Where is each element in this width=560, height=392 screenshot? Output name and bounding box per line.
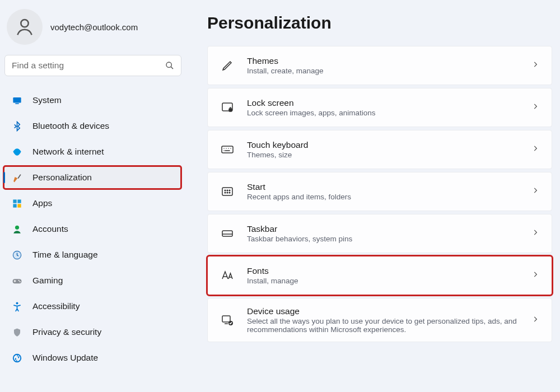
card-title: Taskbar [247,224,519,234]
chevron-right-icon [531,315,539,325]
search-input-wrap[interactable] [4,55,181,76]
card-title: Device usage [247,306,519,316]
svg-point-7 [227,190,228,191]
chevron-right-icon [531,60,539,71]
svg-rect-3 [229,109,232,111]
svg-rect-4 [222,146,233,153]
chevron-right-icon [531,228,539,239]
svg-rect-12 [222,231,232,236]
card-title: Lock screen [247,98,519,108]
card-subtitle: Select all the ways you plan to use your… [247,317,519,334]
sidebar-item-personalization[interactable]: Personalization [3,166,181,189]
chevron-right-icon [531,270,539,281]
avatar [7,9,43,45]
svg-point-9 [225,192,226,193]
sidebar-item-bluetooth[interactable]: Bluetooth & devices [3,114,181,138]
search-input[interactable] [12,60,165,71]
user-icon [14,16,35,38]
sidebar-item-label: Accessibility [32,301,80,311]
fonts-icon [220,269,235,282]
sidebar-item-label: Personalization [32,172,92,183]
settings-sidebar: vodytech@outlook.com System Bluetooth & … [0,0,185,392]
start-icon [220,185,235,198]
sidebar-item-privacy[interactable]: Privacy & security [3,320,181,344]
bluetooth-icon [11,120,22,132]
sidebar-item-label: Gaming [32,276,63,286]
privacy-icon [11,326,22,338]
time-icon [11,249,22,260]
update-icon [11,352,22,363]
accessibility-icon [11,301,22,312]
sidebar-item-network[interactable]: Network & internet [3,140,181,164]
sidebar-item-update[interactable]: Windows Update [3,346,181,370]
sidebar-item-label: Accounts [32,224,68,234]
sidebar-item-label: Network & internet [32,147,104,157]
svg-point-8 [229,190,230,191]
personalization-icon [11,172,22,183]
card-subtitle: Themes, size [247,151,519,159]
taskbar-icon [220,227,235,240]
sidebar-nav: System Bluetooth & devices Network & int… [3,88,181,372]
card-title: Start [247,182,519,192]
card-title: Themes [247,56,519,66]
apps-icon [11,198,22,209]
card-title: Fonts [247,266,519,276]
card-text: Lock screen Lock screen images, apps, an… [247,98,519,117]
sidebar-item-label: Privacy & security [32,327,101,337]
card-subtitle: Install, manage [247,277,519,285]
card-taskbar[interactable]: Taskbar Taskbar behaviors, system pins [207,214,552,253]
sidebar-item-label: Time & language [32,250,98,260]
card-text: Touch keyboard Themes, size [247,140,519,159]
sidebar-item-time[interactable]: Time & language [3,243,181,267]
network-icon [11,146,22,157]
profile-header[interactable]: vodytech@outlook.com [3,6,181,55]
card-device-usage[interactable]: Device usage Select all the ways you pla… [207,298,552,342]
sidebar-item-apps[interactable]: Apps [3,192,181,215]
card-text: Device usage Select all the ways you pla… [247,306,519,334]
chevron-right-icon [531,186,539,197]
sidebar-item-label: Apps [32,198,52,208]
svg-point-6 [225,190,226,191]
sidebar-item-accessibility[interactable]: Accessibility [3,295,181,318]
system-icon [11,95,22,106]
svg-point-11 [229,192,230,193]
svg-rect-13 [222,316,230,322]
main-content: Personalization Themes Install, create, … [185,0,560,392]
svg-rect-5 [222,188,232,195]
svg-point-10 [227,192,228,193]
sidebar-item-label: Windows Update [32,353,98,363]
card-text: Start Recent apps and items, folders [247,182,519,201]
svg-point-0 [21,20,28,27]
card-subtitle: Recent apps and items, folders [247,193,519,201]
chevron-right-icon [531,144,539,155]
accounts-icon [11,223,22,235]
device-usage-icon [220,314,235,327]
sidebar-item-gaming[interactable]: Gaming [3,269,181,292]
card-text: Fonts Install, manage [247,266,519,285]
sidebar-item-label: System [32,95,62,105]
card-text: Themes Install, create, manage [247,56,519,75]
chevron-right-icon [531,102,539,113]
gaming-icon [11,275,22,286]
card-text: Taskbar Taskbar behaviors, system pins [247,224,519,243]
profile-email: vodytech@outlook.com [50,22,138,32]
card-title: Touch keyboard [247,140,519,150]
sidebar-item-label: Bluetooth & devices [32,121,109,131]
sidebar-item-system[interactable]: System [3,88,181,112]
svg-point-1 [166,62,171,67]
search-icon [165,61,174,70]
card-fonts[interactable]: Fonts Install, manage [207,256,552,295]
page-title: Personalization [207,13,552,32]
card-keyboard[interactable]: Touch keyboard Themes, size [207,130,552,169]
lock-screen-icon [220,101,235,114]
card-subtitle: Lock screen images, apps, animations [247,109,519,117]
card-lock-screen[interactable]: Lock screen Lock screen images, apps, an… [207,88,552,127]
pen-icon [220,59,235,72]
card-subtitle: Taskbar behaviors, system pins [247,235,519,243]
card-pen[interactable]: Themes Install, create, manage [207,46,552,85]
keyboard-icon [220,143,235,156]
sidebar-item-accounts[interactable]: Accounts [3,217,181,241]
settings-cards: Themes Install, create, manage Lock scre… [207,46,552,343]
card-start[interactable]: Start Recent apps and items, folders [207,172,552,211]
card-subtitle: Install, create, manage [247,67,519,75]
